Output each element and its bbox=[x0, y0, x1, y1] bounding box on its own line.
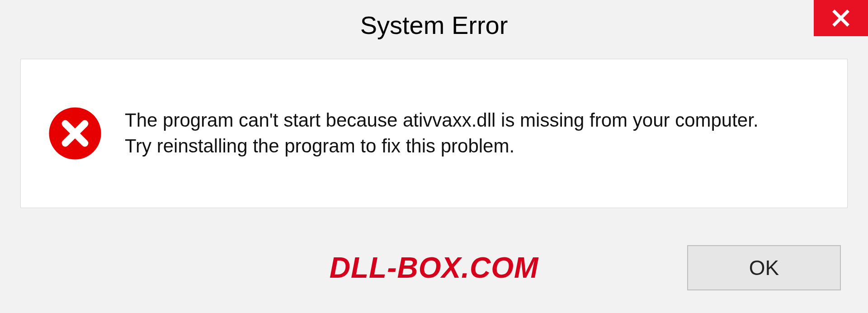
message-line-2: Try reinstalling the program to fix this… bbox=[125, 133, 829, 159]
footer: DLL-BOX.COM OK bbox=[0, 241, 868, 295]
close-icon bbox=[831, 9, 850, 28]
message-line-1: The program can't start because ativvaxx… bbox=[125, 108, 829, 133]
ok-button[interactable]: OK bbox=[687, 245, 841, 290]
dialog-title: System Error bbox=[360, 10, 508, 40]
message-panel: The program can't start because ativvaxx… bbox=[20, 59, 848, 208]
watermark-text: DLL-BOX.COM bbox=[330, 251, 539, 285]
message-block: The program can't start because ativvaxx… bbox=[125, 108, 829, 159]
close-button[interactable] bbox=[814, 0, 868, 36]
error-icon bbox=[48, 106, 102, 161]
titlebar: System Error bbox=[0, 0, 868, 50]
